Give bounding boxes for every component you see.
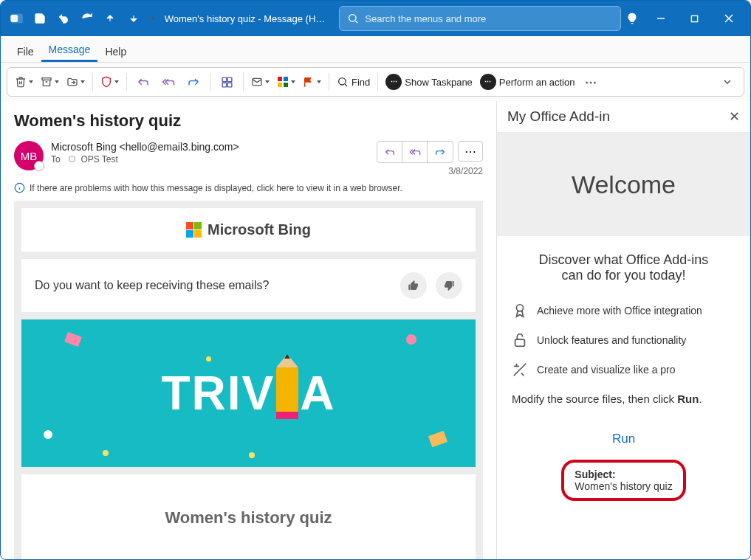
ribbon-collapse-button[interactable] [716, 70, 739, 94]
run-button[interactable]: Run [512, 432, 735, 446]
next-item-icon[interactable] [122, 7, 145, 30]
save-icon[interactable] [29, 7, 52, 30]
message-date: 3/8/2022 [377, 166, 483, 176]
feature-item: Create and visualize like a pro [512, 362, 735, 378]
result-highlight: Subject: Women's history quiz [561, 460, 685, 501]
addin-icon: ⋯ [480, 74, 496, 90]
addin-taskpane: My Office Add-in ✕ Welcome Discover what… [496, 101, 750, 559]
chevron-down-icon [723, 77, 732, 86]
reply-icon [137, 75, 150, 89]
svg-rect-5 [692, 15, 698, 21]
to-line: To OPS Test [51, 154, 369, 165]
header-forward-button[interactable] [428, 142, 453, 162]
message-pane: Women's history quiz MB Microsoft Bing <… [1, 101, 496, 559]
addin-subtitle: Discover what Office Add-ins can do for … [512, 252, 735, 283]
svg-text:O: O [13, 15, 16, 21]
reply-all-icon [409, 146, 421, 158]
svg-rect-24 [515, 339, 525, 346]
thumbs-down-icon [443, 280, 455, 291]
svg-rect-13 [227, 83, 232, 87]
show-taskpane-button[interactable]: ⋯Show Taskpane [383, 70, 476, 94]
outlook-icon: O [5, 7, 29, 30]
report-button[interactable] [97, 70, 122, 94]
archive-button[interactable] [38, 70, 62, 94]
trivia-banner: TRIV A [21, 319, 476, 467]
qat-customize-icon[interactable] [145, 7, 159, 30]
forward-icon [187, 75, 200, 89]
infobar-view-browser[interactable]: If there are problems with how this mess… [14, 182, 483, 193]
maximize-button[interactable] [678, 1, 712, 36]
svg-rect-10 [222, 77, 227, 82]
forward-icon [434, 146, 446, 158]
trash-icon [15, 76, 27, 88]
delete-button[interactable] [12, 70, 36, 94]
addin-instruction: Modify the source files, then click Run. [512, 393, 735, 405]
find-icon [337, 76, 349, 88]
sender-avatar[interactable]: MB [14, 141, 44, 170]
keep-emails-text: Do you want to keep receiving these emai… [35, 279, 270, 292]
title-bar: O Women's history quiz - Message (HT... … [1, 1, 750, 36]
header-reply-all-button[interactable] [402, 142, 428, 162]
svg-rect-15 [278, 77, 282, 81]
categories-icon [277, 76, 289, 88]
ribbon-overflow-button[interactable]: ⋯ [579, 70, 603, 94]
prev-item-icon[interactable] [99, 7, 123, 30]
quick-steps-button[interactable] [248, 70, 272, 94]
search-icon [347, 13, 359, 24]
microsoft-logo-icon [186, 222, 202, 238]
ribbon-tabs: File Message Help [1, 36, 750, 63]
svg-point-3 [349, 15, 356, 21]
thumbs-down-button[interactable] [436, 272, 462, 299]
addin-welcome-header: Welcome [497, 133, 750, 236]
move-folder-icon [66, 76, 78, 88]
addin-close-button[interactable]: ✕ [729, 108, 740, 125]
search-placeholder: Search the menus and more [365, 13, 486, 24]
undo-icon[interactable] [52, 7, 75, 30]
header-reply-button[interactable] [377, 142, 402, 162]
close-window-button[interactable] [712, 1, 746, 36]
header-more-button[interactable]: ⋯ [458, 141, 483, 162]
svg-rect-16 [284, 77, 288, 81]
forward-button[interactable] [182, 70, 205, 94]
svg-rect-17 [278, 83, 282, 87]
move-button[interactable] [64, 70, 88, 94]
thumbs-up-icon [408, 280, 419, 291]
tab-message[interactable]: Message [41, 39, 98, 62]
quiz-title: Women's history quiz [35, 488, 462, 548]
envelope-flash-icon [251, 76, 263, 88]
design-tools-icon [512, 362, 528, 378]
feature-item: Achieve more with Office integration [512, 303, 735, 319]
bing-brand-row: Microsoft Bing [35, 221, 462, 238]
message-body[interactable]: Microsoft Bing Do you want to keep recei… [14, 201, 483, 559]
share-teams-button[interactable] [215, 70, 239, 94]
reply-all-icon [162, 75, 175, 89]
svg-rect-18 [284, 83, 288, 87]
minimize-button[interactable] [644, 1, 678, 36]
perform-action-button[interactable]: ⋯Perform an action [477, 70, 578, 94]
archive-icon [41, 76, 52, 88]
svg-point-19 [339, 78, 346, 85]
svg-rect-11 [227, 77, 232, 82]
ribbon: Find ⋯Show Taskpane ⋯Perform an action ⋯ [1, 63, 750, 101]
window-title: Women's history quiz - Message (HT... [165, 13, 327, 24]
redo-icon[interactable] [75, 7, 99, 30]
find-button[interactable]: Find [334, 70, 373, 94]
presence-icon [69, 156, 75, 162]
svg-point-23 [516, 305, 523, 311]
tell-me-search[interactable]: Search the menus and more [340, 7, 620, 30]
flag-button[interactable] [300, 70, 324, 94]
thumbs-up-button[interactable] [400, 272, 427, 299]
reply-icon [384, 146, 396, 158]
svg-rect-12 [222, 83, 227, 87]
shield-icon [100, 76, 112, 88]
from-line: Microsoft Bing <hello@email3.bing.com> [51, 141, 369, 153]
reply-all-button[interactable] [157, 70, 180, 94]
trivia-text: TRIV A [162, 366, 336, 421]
categorize-button[interactable] [274, 70, 298, 94]
tab-file[interactable]: File [10, 41, 41, 62]
flag-icon [303, 76, 315, 88]
reply-button[interactable] [131, 70, 155, 94]
tab-help[interactable]: Help [97, 41, 134, 62]
svg-rect-8 [42, 78, 51, 80]
lightbulb-icon[interactable] [620, 7, 644, 30]
